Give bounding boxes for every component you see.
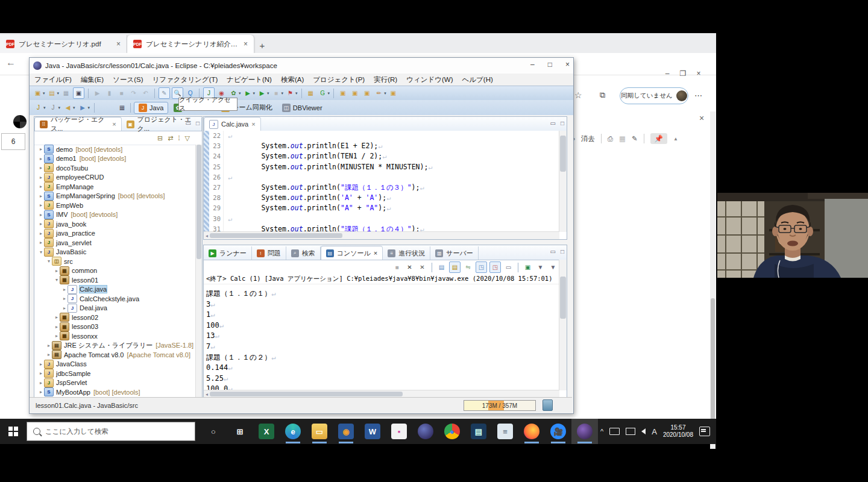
tree-expand-icon[interactable]: ▸ [38,221,44,227]
tree-expand-icon[interactable]: ▸ [54,268,60,274]
browser-maximize-button[interactable]: ❐ [676,69,690,78]
tab-close-icon[interactable]: × [116,40,121,48]
tree-item-javaclass[interactable]: ▸JJavaClass [34,360,196,369]
save-icon[interactable]: ▦ [61,88,71,98]
open-folder-icon[interactable]: ▣ [338,88,348,98]
console-tab-コンソール[interactable]: ▤コンソール× [321,246,383,260]
tree-item-lessonxx[interactable]: ▸▦lessonxx [34,331,196,341]
folder3-icon[interactable]: ▣ [362,88,372,98]
tree-expand-icon[interactable]: ▸ [38,231,44,236]
notepad-icon[interactable]: ≡ [492,419,518,444]
quick-access-box[interactable]: クイック・アクセス [178,98,237,111]
tree-expand-icon[interactable]: ▸ [38,193,44,199]
collapse-toolbar-icon[interactable]: ▲ [673,136,678,142]
remove-all-icon[interactable]: ✕ [417,262,427,272]
menu-item[interactable]: プロジェクト(P) [313,75,365,84]
browser-scrollbar[interactable] [710,111,715,449]
tree-expand-icon[interactable]: ▸ [54,333,60,339]
grid-icon[interactable]: ▦ [306,88,316,98]
tree-expand-icon[interactable]: ▸ [61,296,68,301]
tree-expand-icon[interactable]: ▸ [38,165,44,171]
tab-calc-java[interactable]: J Calc.java × [204,117,261,131]
taskbar-search-input[interactable]: ここに入力して検索 [27,422,195,441]
zoom-icon[interactable]: 🎥 [545,419,571,444]
sync-g-icon[interactable]: G▾ [318,88,330,98]
browser-minimize-button[interactable]: – [661,69,674,78]
tree-expand-icon[interactable]: ▸ [46,343,52,348]
tree-item-demo[interactable]: ▸Sdemo[boot] [devtools] [34,145,196,154]
print-icon[interactable]: ⎙ [608,135,613,143]
scroll-lock-icon[interactable]: ▤ [449,261,461,273]
eclipse-close-button[interactable]: × [565,60,570,69]
tree-expand-icon[interactable]: ▸ [38,240,44,245]
perspective-dbviewer[interactable]: ◫DBViewer [278,102,327,113]
console-tab-進行状況[interactable]: ≡進行状況 [383,246,430,260]
tree-expand-icon[interactable]: ▸ [38,362,44,367]
stop-run-icon[interactable]: ■▾ [271,88,284,98]
code-editor[interactable]: 22232425262728293031 ↵ System.out.printl… [204,131,559,232]
collections-icon[interactable]: ⧉ [600,90,605,100]
maximize-view-icon[interactable]: □ [196,120,200,127]
eclipse-icon[interactable] [412,419,439,444]
perspective-java[interactable]: JJava [134,102,168,114]
menu-item[interactable]: ヘルプ(H) [462,75,493,84]
display-console-icon[interactable]: ▭ [503,262,514,272]
tree-expand-icon[interactable]: ▸ [38,156,44,161]
menu-item[interactable]: リファクタリング(T) [152,75,218,84]
tree-expand-icon[interactable]: ▸ [54,315,60,320]
console-tab-サーバー[interactable]: ▥サーバー [430,246,479,260]
pin-console-icon[interactable]: ▼ [535,262,546,272]
tree-item-calccheckstyle-java[interactable]: ▸JCalcCheckstyle.java [34,294,196,304]
flag-icon[interactable]: ⚑▾ [285,88,298,98]
tab-close-icon[interactable]: × [112,120,116,128]
menu-item[interactable]: 検索(A) [281,75,304,84]
menu-item[interactable]: ナビゲート(N) [227,75,272,84]
media-player-icon[interactable]: ◉ [333,419,359,444]
tray-volume-icon[interactable] [641,428,646,434]
annotation-prev-icon[interactable]: J▾ [48,102,61,113]
pause-icon[interactable]: ▮ [104,88,115,98]
tray-device-icon[interactable] [609,428,620,435]
show-stderr-icon[interactable]: ◳ [489,261,501,273]
pdf-close-icon[interactable]: × [699,113,704,123]
remove-launch-icon[interactable]: ✕ [404,262,415,272]
maximize-view-icon[interactable]: □ [561,120,564,127]
console-icon[interactable]: ▣ [73,87,84,99]
explorer-icon[interactable]: ▭ [306,419,333,444]
tray-clock[interactable]: 15:57 2020/10/08 [663,424,693,439]
view-toolbar-icon[interactable]: ⇄ [168,134,173,142]
pencil-icon[interactable]: ✏▾ [374,88,386,98]
tree-item-lesson01[interactable]: ▾▦lesson01 [34,275,196,285]
calculator-icon[interactable]: ▤ [465,419,492,444]
folder2-icon[interactable]: ▣ [350,88,360,98]
start-button[interactable] [0,419,27,444]
run-ext-icon[interactable]: ▶▾ [257,88,269,98]
tray-chevron-icon[interactable]: ^ [600,428,603,435]
tree-expand-icon[interactable]: ▸ [38,380,44,386]
tree-item-calc-java[interactable]: ▸JCalc.java [34,285,196,295]
erase-label[interactable]: 消去 [581,134,595,143]
tab-close-icon[interactable]: × [374,249,377,257]
word-wrap-icon[interactable]: ⇋ [463,262,473,272]
console-output[interactable]: 課題（１．１の１）↵3↵1↵100↵13↵7↵課題（１．１の２）↵0.144↵5… [206,289,559,390]
menu-item[interactable]: ファイル(F) [34,75,72,84]
view-toolbar-icon[interactable]: ▽ [185,134,190,142]
back-history-icon[interactable]: ◀▾ [63,102,75,113]
tree-expand-icon[interactable]: ▸ [61,305,68,311]
new-console-icon[interactable]: ▼ [548,262,558,272]
eclipse-maximize-button[interactable]: □ [548,60,552,69]
tree-item-employeecrud[interactable]: ▸JemployeeCRUD [34,173,196,183]
tree-expand-icon[interactable]: ▾ [38,249,44,255]
tree-expand-icon[interactable]: ▸ [61,287,68,292]
eclipse-title-bar[interactable]: Java - JavaBasic/src/lesson01/Calc.java … [30,58,573,74]
menu-item[interactable]: 実行(R) [374,75,397,84]
perspective-restore-icon[interactable]: ▦ [117,102,127,113]
stop-icon[interactable]: ■ [116,88,127,98]
editor-vscrollbar[interactable] [559,131,567,232]
minimize-view-icon[interactable]: ▭ [550,248,556,255]
tree-item-java-servlet[interactable]: ▸Jjava_servlet [34,238,196,248]
highlight-icon[interactable]: ✎ [632,134,638,143]
resume-icon[interactable]: ▶ [92,88,102,98]
editor-hscrollbar[interactable]: ◂ [204,231,559,239]
console-tab-ランナー[interactable]: ▶ランナー [204,246,252,260]
